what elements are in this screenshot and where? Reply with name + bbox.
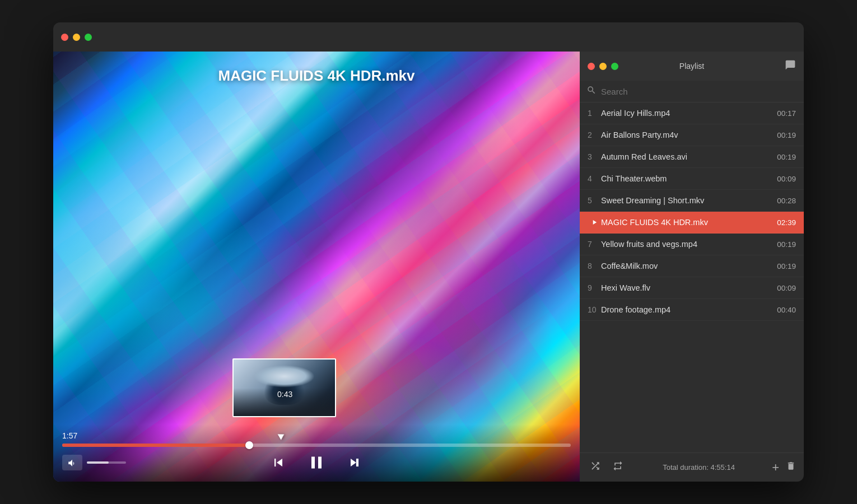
item-duration: 00:40 — [777, 306, 796, 314]
progress-bar-fill — [62, 444, 250, 447]
progress-bar[interactable] — [62, 444, 571, 447]
repeat-icon — [612, 460, 623, 472]
search-bar — [580, 81, 804, 102]
volume-section — [62, 455, 126, 470]
playlist-traffic-lights — [588, 63, 618, 70]
item-number: 2 — [588, 130, 601, 139]
delete-icon — [786, 461, 796, 471]
search-icon — [586, 85, 597, 95]
playlist-footer: Total duration: 4:55:14 + — [580, 452, 804, 482]
playlist-chat-icon[interactable] — [785, 59, 796, 73]
item-name: Yellow fruits and vegs.mp4 — [601, 240, 771, 249]
item-duration: 00:28 — [777, 197, 796, 205]
playlist-title-bar: Playlist — [580, 52, 804, 81]
item-duration: 00:19 — [777, 240, 796, 249]
list-item[interactable]: MAGIC FLUIDS 4K HDR.mkv 02:39 — [580, 212, 804, 234]
item-number: 5 — [588, 196, 601, 205]
item-number: 1 — [588, 109, 601, 118]
list-item[interactable]: 4 Chi Theater.webm 00:09 — [580, 168, 804, 190]
video-area[interactable]: MAGIC FLUIDS 4K HDR.mkv 0:43 1:57 — [53, 52, 580, 482]
item-duration: 02:39 — [777, 218, 796, 227]
maximize-button[interactable] — [85, 34, 92, 41]
search-icon-wrap — [586, 85, 597, 97]
list-item[interactable]: 1 Aerial Icy Hills.mp4 00:17 — [580, 102, 804, 124]
time-tooltip: 0:43 — [277, 390, 292, 399]
volume-slider-fill — [87, 461, 109, 464]
playlist-title: Playlist — [679, 62, 704, 71]
shuffle-icon — [590, 460, 601, 472]
item-duration: 00:09 — [777, 284, 796, 292]
item-name: Air Ballons Party.m4v — [601, 130, 771, 139]
main-area: MAGIC FLUIDS 4K HDR.mkv 0:43 1:57 — [53, 52, 804, 482]
item-duration: 00:19 — [777, 262, 796, 270]
item-name: Hexi Wave.flv — [601, 283, 771, 292]
item-number: 7 — [588, 240, 601, 249]
item-name: Autumn Red Leaves.avi — [601, 152, 771, 161]
playlist-maximize-button[interactable] — [611, 63, 618, 70]
next-icon — [347, 455, 362, 470]
item-duration: 00:19 — [777, 153, 796, 161]
title-bar — [53, 22, 804, 52]
scrub-thumbnail — [232, 358, 336, 417]
volume-slider[interactable] — [87, 461, 126, 464]
pause-icon — [306, 452, 327, 473]
item-name: Chi Theater.webm — [601, 174, 771, 183]
playlist-close-button[interactable] — [588, 63, 595, 70]
list-item[interactable]: 2 Air Ballons Party.m4v 00:19 — [580, 124, 804, 146]
item-number: 9 — [588, 283, 601, 292]
next-button[interactable] — [347, 455, 362, 470]
search-input[interactable] — [601, 87, 797, 96]
pause-button[interactable] — [306, 452, 327, 473]
prev-button[interactable] — [271, 455, 286, 470]
item-duration: 00:09 — [777, 175, 796, 183]
playlist-items: 1 Aerial Icy Hills.mp4 00:17 2 Air Ballo… — [580, 102, 804, 452]
item-name: MAGIC FLUIDS 4K HDR.mkv — [601, 218, 771, 227]
prev-icon — [271, 455, 286, 470]
current-time: 1:57 — [62, 431, 571, 440]
item-duration: 00:19 — [777, 131, 796, 139]
playlist-panel: Playlist 1 Aerial — [580, 52, 804, 482]
list-item[interactable]: 5 Sweet Dreaming | Short.mkv 00:28 — [580, 190, 804, 212]
list-item[interactable]: 8 Coffe&Milk.mov 00:19 — [580, 255, 804, 277]
video-controls: 1:57 — [53, 424, 580, 482]
item-name: Coffe&Milk.mov — [601, 262, 771, 270]
item-duration: 00:17 — [777, 109, 796, 118]
item-number: 3 — [588, 152, 601, 161]
list-item[interactable]: 7 Yellow fruits and vegs.mp4 00:19 — [580, 234, 804, 255]
traffic-lights — [61, 34, 92, 41]
item-name: Aerial Icy Hills.mp4 — [601, 109, 771, 118]
play-icon — [588, 218, 601, 226]
item-number: 8 — [588, 262, 601, 270]
playlist-minimize-button[interactable] — [599, 63, 607, 70]
delete-button[interactable] — [786, 461, 796, 474]
minimize-button[interactable] — [73, 34, 80, 41]
volume-button[interactable] — [62, 455, 82, 470]
close-button[interactable] — [61, 34, 68, 41]
app-window: MAGIC FLUIDS 4K HDR.mkv 0:43 1:57 — [53, 22, 804, 482]
item-number: 4 — [588, 174, 601, 183]
list-item[interactable]: 3 Autumn Red Leaves.avi 00:19 — [580, 146, 804, 168]
item-name: Drone footage.mp4 — [601, 305, 771, 314]
total-duration: Total duration: 4:55:14 — [632, 463, 765, 472]
playback-controls — [62, 452, 571, 473]
shuffle-button[interactable] — [588, 458, 603, 477]
list-item[interactable]: 10 Drone footage.mp4 00:40 — [580, 299, 804, 321]
list-item[interactable]: 9 Hexi Wave.flv 00:09 — [580, 277, 804, 299]
item-name: Sweet Dreaming | Short.mkv — [601, 196, 771, 205]
add-button[interactable]: + — [772, 460, 779, 475]
chat-icon — [785, 59, 796, 71]
video-title: MAGIC FLUIDS 4K HDR.mkv — [53, 67, 580, 85]
repeat-button[interactable] — [610, 458, 626, 477]
item-number: 10 — [588, 305, 601, 314]
volume-icon — [67, 458, 77, 467]
